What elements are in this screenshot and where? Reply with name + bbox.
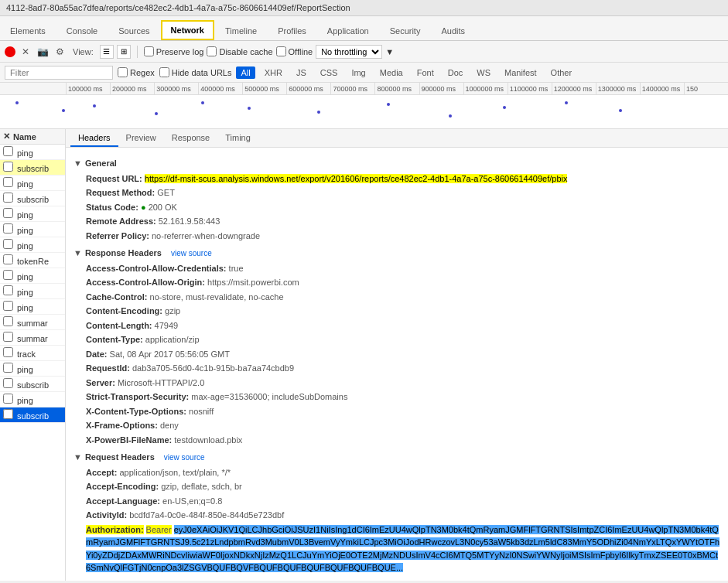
list-item[interactable]: ping [0,176,65,191]
item-checkbox[interactable] [3,193,13,203]
item-checkbox[interactable] [3,409,13,419]
filter-input[interactable] [5,66,113,80]
close-panel-icon[interactable]: ✕ [3,131,10,141]
response-header-row-0: Access-Control-Allow-Credentials: true [86,262,720,275]
response-header-name-4: Content-Length: [86,321,152,330]
item-checkbox[interactable] [3,146,13,156]
list-item[interactable]: ping [0,284,65,299]
list-item[interactable]: ping [0,237,65,253]
list-item[interactable]: subscrib [0,160,65,176]
filter-doc-button[interactable]: Doc [443,66,468,79]
filter-all-button[interactable]: All [236,66,255,79]
tab-preview[interactable]: Preview [118,130,164,147]
capture-screenshot-button[interactable]: 📷 [36,45,50,59]
preserve-log-label[interactable]: Preserve log [144,46,204,56]
disable-cache-checkbox[interactable] [207,46,217,56]
list-item[interactable]: track [0,346,65,361]
ruler-mark-13: 1400000 ms [640,83,684,94]
filter-js-button[interactable]: JS [292,66,311,79]
tab-profiles[interactable]: Profiles [268,21,316,40]
item-checkbox[interactable] [3,363,13,373]
item-checkbox[interactable] [3,301,13,311]
offline-checkbox[interactable] [276,46,286,56]
tab-sources[interactable]: Sources [108,21,159,40]
list-item[interactable]: ping [0,299,65,315]
regex-label[interactable]: Regex [118,67,155,77]
item-checkbox[interactable] [3,347,13,357]
throttle-select[interactable]: No throttling [316,45,382,59]
clear-button[interactable]: ✕ [19,45,32,59]
list-item[interactable]: ping [0,206,65,222]
filter-media-button[interactable]: Media [375,66,408,79]
tab-response[interactable]: Response [164,130,218,147]
list-item[interactable]: ping [0,268,65,284]
filter-xhr-button[interactable]: XHR [260,66,287,79]
item-checkbox[interactable] [3,316,13,326]
tab-timeline[interactable]: Timeline [215,21,267,40]
tab-console[interactable]: Console [56,21,108,40]
list-item[interactable]: summar [0,330,65,346]
item-checkbox[interactable] [3,177,13,187]
filter-manifest-button[interactable]: Manifest [500,66,542,79]
response-header-value-8: Microsoft-HTTPAPI/2.0 [118,378,204,387]
item-checkbox[interactable] [3,332,13,342]
tab-security[interactable]: Security [380,21,431,40]
hide-data-urls-checkbox[interactable] [159,67,169,77]
tab-headers[interactable]: Headers [70,130,118,147]
ruler-mark-8: 900000 ms [419,83,463,94]
tab-network[interactable]: Network [161,20,214,40]
request-header-row-3: ActivityId: bcdfd7a4-0c0e-484f-850e-844d… [86,509,720,522]
item-checkbox[interactable] [3,394,13,404]
item-checkbox[interactable] [3,208,13,218]
request-headers-view-source[interactable]: view source [164,452,205,463]
filter-ws-button[interactable]: WS [472,66,495,79]
response-header-name-6: Date: [86,349,108,359]
request-url-value[interactable]: https://df-msit-scus.analysis.windows.ne… [145,174,568,183]
list-item[interactable]: ping [0,222,65,237]
disable-cache-label[interactable]: Disable cache [207,46,272,56]
item-checkbox[interactable] [3,285,13,295]
response-header-row-9: Strict-Transport-Security: max-age=31536… [86,390,720,404]
item-checkbox[interactable] [3,162,13,172]
list-item[interactable]: subscrib [0,377,65,392]
request-headers-toggle-icon[interactable]: ▼ [73,451,82,464]
offline-label[interactable]: Offline [276,46,313,56]
item-checkbox[interactable] [3,270,13,280]
list-item[interactable]: ping [0,361,65,377]
item-checkbox[interactable] [3,239,13,249]
filter-icon-button[interactable]: ⚙ [53,45,67,59]
grid-view-button[interactable]: ⊞ [117,45,131,59]
record-button[interactable] [5,46,15,57]
tab-audits[interactable]: Audits [431,21,475,40]
list-view-button[interactable]: ☰ [100,45,114,59]
list-item[interactable]: tokenRe [0,253,65,268]
list-item[interactable]: ping [0,145,65,160]
preserve-log-checkbox[interactable] [144,46,154,56]
response-header-row-4: Content-Length: 47949 [86,319,720,332]
list-item[interactable]: ping [0,392,65,407]
filter-img-button[interactable]: Img [347,66,370,79]
response-header-name-7: RequestId: [86,363,130,373]
authorization-value: Bearer eyJ0eXAiOiJKV1QiLCJhbGciOiJSUzI1N… [86,525,719,573]
response-headers-toggle-icon[interactable]: ▼ [73,247,82,260]
list-item-selected[interactable]: subscrib [0,407,65,423]
filter-font-button[interactable]: Font [412,66,439,79]
list-item[interactable]: summar [0,315,65,330]
tab-application[interactable]: Application [317,21,379,40]
item-checkbox[interactable] [3,378,13,388]
item-checkbox[interactable] [3,223,13,234]
regex-checkbox[interactable] [118,67,128,77]
tab-elements[interactable]: Elements [0,21,56,40]
response-headers-view-source[interactable]: view source [171,247,212,259]
general-toggle-icon[interactable]: ▼ [73,157,82,170]
item-checkbox[interactable] [3,254,13,264]
request-list-header: ✕ Name [0,129,65,145]
hide-data-urls-label[interactable]: Hide data URLs [159,67,232,77]
filter-other-button[interactable]: Other [546,66,577,79]
filter-css-button[interactable]: CSS [316,66,343,79]
list-item[interactable]: subscrib [0,191,65,206]
tab-timing[interactable]: Timing [217,130,258,147]
status-code-label: Status Code: [86,203,138,212]
response-headers-section-header: ▼ Response Headers view source [73,247,720,260]
response-header-row-12: X-PowerBI-FileName: testdownload.pbix [86,434,720,447]
